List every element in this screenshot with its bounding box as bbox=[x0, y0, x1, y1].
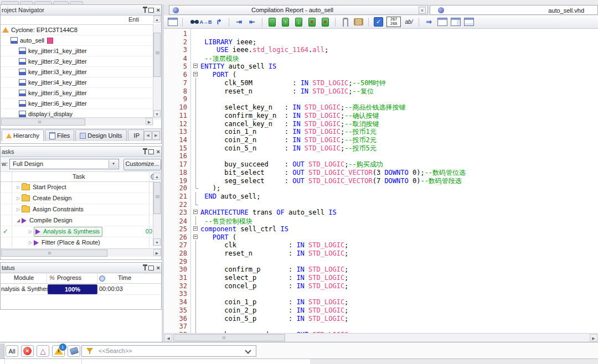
template-icon[interactable] bbox=[353, 17, 364, 27]
code-text: reset_n : IN STD_LOGIC;--复位 bbox=[200, 87, 374, 95]
bookmark-delete-icon[interactable]: × bbox=[307, 17, 317, 27]
file-options-icon[interactable] bbox=[167, 17, 178, 27]
task-row[interactable]: ▷Create Design bbox=[1, 193, 161, 204]
chevron-down-icon[interactable] bbox=[245, 347, 251, 353]
tree-item[interactable]: key_jitter:i5_key_jitter bbox=[1, 88, 161, 98]
tree-item[interactable]: key_jitter:i6_key_jitter bbox=[1, 98, 161, 109]
scroll-left-icon[interactable]: ◀ bbox=[164, 334, 172, 341]
pin-icon[interactable] bbox=[145, 266, 146, 271]
expanded-arrow-icon[interactable]: ◢ bbox=[15, 215, 22, 226]
tree-item[interactable]: key_jitter:i4_key_jitter bbox=[1, 77, 161, 88]
tab-design-units[interactable]: Design Units bbox=[75, 129, 126, 141]
filter-warnings-button[interactable]: 1 bbox=[52, 345, 65, 357]
scroll-left-icon[interactable]: ◀ bbox=[144, 131, 152, 140]
task-row[interactable]: ▷Start Project bbox=[1, 182, 161, 193]
indent-icon[interactable]: ⇥ bbox=[234, 17, 244, 27]
close-icon[interactable]: × bbox=[157, 265, 160, 271]
collapsed-arrow-icon[interactable]: ▷ bbox=[15, 193, 22, 204]
pane-wide-icon[interactable] bbox=[463, 17, 474, 27]
fold-marker bbox=[192, 95, 200, 103]
collapsed-arrow-icon[interactable]: ▷ bbox=[15, 182, 22, 193]
syntax-check-icon[interactable]: ✓ bbox=[373, 17, 384, 27]
navigator-tabs: HierarchyFilesDesign UnitsIP◀▶ bbox=[1, 128, 161, 141]
task-row[interactable]: ◢Compile Design bbox=[1, 215, 161, 226]
attach-icon[interactable] bbox=[340, 17, 350, 27]
collapsed-arrow-icon[interactable]: ▷ bbox=[15, 204, 22, 215]
pane-split-icon[interactable] bbox=[450, 17, 461, 27]
comment-icon[interactable]: ab/ bbox=[404, 17, 414, 27]
code-text: select_p : IN STD_LOGIC; bbox=[200, 274, 348, 282]
pin-icon[interactable] bbox=[145, 150, 146, 154]
task-label: Start Project bbox=[33, 182, 66, 193]
tab-ip[interactable]: IP bbox=[128, 129, 144, 141]
scroll-right-icon[interactable]: ▶ bbox=[152, 131, 160, 140]
design-units-icon bbox=[80, 133, 86, 139]
scroll-right-icon[interactable]: ▶ bbox=[146, 118, 153, 125]
tree-item[interactable]: key_jitter:i3_key_jitter bbox=[1, 67, 161, 77]
task-row[interactable]: ✓▷Analysis & Synthesis00 bbox=[1, 226, 161, 237]
editor-tab[interactable]: auto_sell.vhd bbox=[430, 5, 598, 15]
filter-system-button[interactable] bbox=[68, 345, 80, 357]
flow-combobox[interactable]: Full Design ▼ bbox=[9, 159, 119, 169]
navigator-vscrollbar[interactable]: ▲ ▼ bbox=[153, 24, 161, 119]
close-icon[interactable]: × bbox=[157, 7, 160, 13]
code-text: coin_1_p : IN STD_LOGIC; bbox=[200, 298, 348, 306]
tab-files[interactable]: Files bbox=[45, 129, 74, 141]
navigator-hscrollbar[interactable]: ▶ bbox=[1, 117, 153, 126]
tasks-vscrollbar[interactable]: ▲ ▼ bbox=[153, 181, 161, 246]
report-tab[interactable]: Compilation Report - auto_sell × bbox=[169, 5, 428, 15]
code-text: clk_50M : IN STD_LOGIC;--50M时钟 bbox=[200, 79, 386, 87]
bookmark-next-icon[interactable]: ↑ bbox=[280, 17, 291, 27]
float-icon[interactable] bbox=[148, 266, 154, 271]
scroll-right-icon[interactable]: ▶ bbox=[153, 249, 161, 256]
bookmark-prev-icon[interactable]: ↓ bbox=[293, 17, 304, 27]
tree-item[interactable]: auto_sell bbox=[1, 35, 161, 46]
fold-marker[interactable] bbox=[192, 209, 200, 216]
line-indicator[interactable]: 267268 bbox=[386, 17, 401, 27]
tree-item[interactable]: key_jitter:i1_key_jitter bbox=[1, 46, 161, 56]
replace-icon[interactable]: A→B bbox=[200, 17, 211, 27]
filter-all-button[interactable]: All bbox=[6, 345, 18, 357]
filter-errors-button[interactable]: × bbox=[21, 345, 34, 357]
tree-item[interactable]: key_jitter:i2_key_jitter bbox=[1, 56, 161, 67]
bookmark-delete-all-icon[interactable]: × bbox=[320, 17, 331, 27]
editor-hscrollbar[interactable]: ◀ ▶ bbox=[164, 333, 598, 342]
scroll-down-icon[interactable]: ▼ bbox=[153, 238, 161, 246]
tree-item[interactable]: Cyclone: EP1C3T144C8 bbox=[1, 25, 161, 35]
customize-button[interactable]: Customize... bbox=[123, 159, 161, 170]
pane-layout-icon[interactable] bbox=[437, 17, 447, 27]
close-icon[interactable]: × bbox=[419, 7, 426, 14]
scroll-right-icon[interactable]: ▶ bbox=[590, 334, 597, 341]
collapsed-arrow-icon[interactable]: ▷ bbox=[27, 237, 34, 247]
bookmark-toggle-icon[interactable] bbox=[267, 17, 277, 27]
chevron-down-icon[interactable]: ▼ bbox=[109, 160, 118, 168]
fold-marker[interactable] bbox=[192, 63, 200, 70]
tab-hierarchy[interactable]: Hierarchy bbox=[2, 129, 44, 141]
scroll-up-icon[interactable]: ▲ bbox=[153, 173, 161, 180]
task-row[interactable]: ▷Assign Constraints bbox=[1, 204, 161, 215]
fold-marker[interactable] bbox=[192, 225, 200, 233]
tasks-hscrollbar[interactable]: ▶ bbox=[1, 248, 161, 257]
analyze-icon[interactable]: ⇒ bbox=[424, 17, 434, 27]
goto-icon[interactable]: ↱ bbox=[214, 17, 224, 27]
task-main: ◢Compile Design bbox=[12, 215, 148, 226]
scroll-up-icon[interactable]: ▲ bbox=[153, 15, 161, 23]
float-icon[interactable] bbox=[148, 8, 154, 13]
scroll-down-icon[interactable]: ▼ bbox=[153, 110, 161, 117]
outdent-icon[interactable]: ⇤ bbox=[247, 17, 257, 27]
hierarchy-icon bbox=[6, 133, 12, 138]
pin-icon[interactable] bbox=[145, 8, 146, 13]
tree-item-label: key_jitter:i5_key_jitter bbox=[28, 88, 87, 98]
message-search-box[interactable]: <<Search>> bbox=[81, 345, 256, 357]
float-icon[interactable] bbox=[148, 149, 154, 154]
find-icon[interactable] bbox=[187, 17, 198, 27]
filter-critical-warnings-button[interactable]: △ bbox=[37, 345, 49, 357]
close-icon[interactable]: × bbox=[157, 149, 160, 155]
tasks-column-header: Task bbox=[1, 172, 161, 182]
code-editor[interactable]: 12 LIBRARY ieee;3 USE ieee.std_logic_116… bbox=[164, 29, 598, 333]
column-line bbox=[12, 193, 12, 204]
fold-marker[interactable] bbox=[192, 233, 200, 241]
fold-marker[interactable] bbox=[192, 71, 200, 79]
task-row[interactable]: ▷Fitter (Place & Route) bbox=[1, 237, 161, 247]
collapsed-arrow-icon[interactable]: ▷ bbox=[27, 226, 34, 237]
